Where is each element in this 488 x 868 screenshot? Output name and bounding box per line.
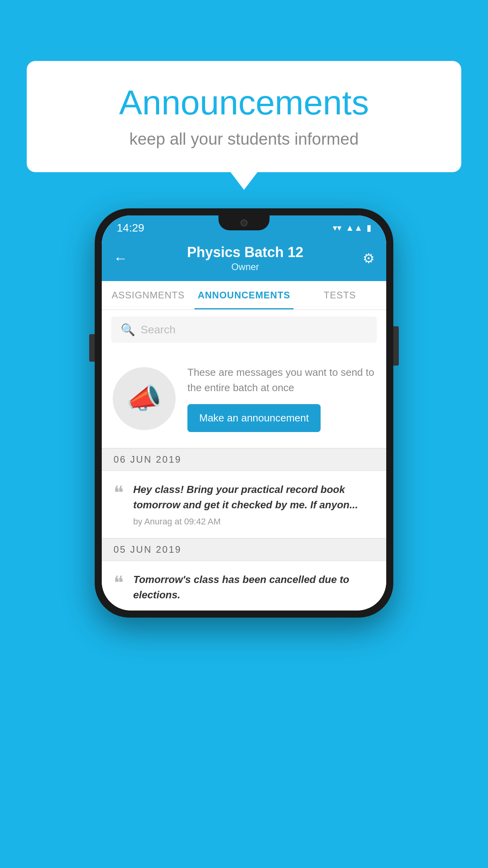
header-center: Physics Batch 12 Owner <box>128 244 363 272</box>
search-icon: 🔍 <box>121 323 135 337</box>
app-header: ← Physics Batch 12 Owner ⚙ <box>102 237 386 281</box>
announcement-content-1: Hey class! Bring your practical record b… <box>133 482 374 527</box>
megaphone-icon: 📣 <box>127 382 162 415</box>
date-divider-2: 05 JUN 2019 <box>102 538 386 561</box>
phone-inner: 14:29 ▾▾ ▲▲ ▮ ← Physics Batch 12 Owner ⚙ <box>102 215 386 611</box>
quote-icon-2: ❝ <box>114 574 124 592</box>
phone-notch <box>218 215 270 230</box>
speech-bubble-container: Announcements keep all your students inf… <box>27 61 461 172</box>
tab-assignments[interactable]: ASSIGNMENTS <box>102 281 194 309</box>
wifi-icon: ▾▾ <box>333 223 341 233</box>
empty-state-description: These are messages you want to send to t… <box>187 365 375 395</box>
tab-tests[interactable]: TESTS <box>294 281 386 309</box>
bubble-subtitle: keep all your students informed <box>50 130 438 149</box>
status-icons: ▾▾ ▲▲ ▮ <box>333 223 371 233</box>
signal-icon: ▲▲ <box>345 223 363 233</box>
search-container: 🔍 Search <box>102 310 386 349</box>
bubble-title: Announcements <box>50 83 438 123</box>
date-divider-1: 06 JUN 2019 <box>102 448 386 471</box>
gear-icon[interactable]: ⚙ <box>363 250 374 266</box>
announcement-text-1: Hey class! Bring your practical record b… <box>133 482 374 513</box>
empty-state-right: These are messages you want to send to t… <box>187 365 375 432</box>
header-title: Physics Batch 12 <box>128 244 363 261</box>
header-subtitle: Owner <box>128 261 363 272</box>
status-time: 14:29 <box>117 222 144 234</box>
phone-mockup: 14:29 ▾▾ ▲▲ ▮ ← Physics Batch 12 Owner ⚙ <box>95 208 393 618</box>
search-placeholder: Search <box>141 324 176 336</box>
empty-state: 📣 These are messages you want to send to… <box>102 349 386 448</box>
camera-notch <box>240 219 248 226</box>
tabs-container: ASSIGNMENTS ANNOUNCEMENTS TESTS <box>102 281 386 310</box>
phone-outer: 14:29 ▾▾ ▲▲ ▮ ← Physics Batch 12 Owner ⚙ <box>95 208 393 618</box>
back-button[interactable]: ← <box>114 250 128 267</box>
speech-bubble: Announcements keep all your students inf… <box>27 61 461 172</box>
announcement-item-2: ❝ Tomorrow's class has been cancelled du… <box>102 561 386 611</box>
tab-announcements[interactable]: ANNOUNCEMENTS <box>194 281 294 309</box>
battery-icon: ▮ <box>367 223 371 233</box>
announcement-text-2: Tomorrow's class has been cancelled due … <box>133 572 374 603</box>
make-announcement-button[interactable]: Make an announcement <box>187 404 321 432</box>
search-bar[interactable]: 🔍 Search <box>111 316 377 343</box>
megaphone-circle: 📣 <box>113 367 176 430</box>
announcement-item-1: ❝ Hey class! Bring your practical record… <box>102 471 386 538</box>
announcement-meta-1: by Anurag at 09:42 AM <box>133 517 374 527</box>
announcement-content-2: Tomorrow's class has been cancelled due … <box>133 572 374 603</box>
quote-icon-1: ❝ <box>114 484 124 502</box>
